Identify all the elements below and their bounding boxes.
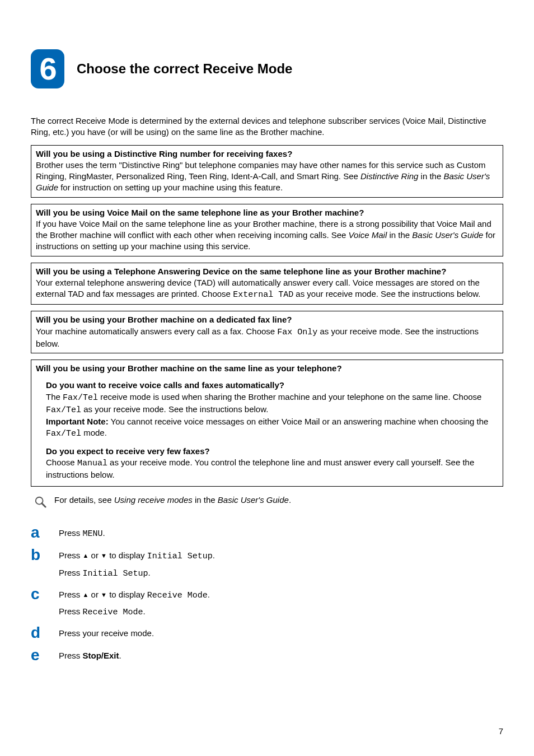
up-arrow-icon: ▲ xyxy=(83,591,89,598)
step-d: d Press your receive mode. xyxy=(31,625,503,641)
detail-note: For details, see Using receive modes in … xyxy=(34,494,503,508)
step-b: b Press ▲ or ▼ to display Initial Setup.… xyxy=(31,547,503,580)
answer-text: Brother uses the term "Distinctive Ring"… xyxy=(36,160,498,194)
down-arrow-icon: ▼ xyxy=(101,591,107,598)
document-page: 6 Choose the correct Receive Mode The co… xyxy=(0,0,534,756)
question-text: Will you be using your Brother machine o… xyxy=(36,314,498,325)
step-e: e Press Stop/Exit. xyxy=(31,647,503,663)
step-letter: c xyxy=(31,586,44,602)
instruction-steps: a Press MENU. b Press ▲ or ▼ to display … xyxy=(31,525,503,663)
sub-question-auto: Do you want to receive voice calls and f… xyxy=(46,380,498,440)
step-a: a Press MENU. xyxy=(31,525,503,540)
sub-answer-text: Choose Manual as your receive mode. You … xyxy=(46,457,498,481)
step-body: Press your receive mode. xyxy=(59,625,503,639)
question-text: Will you be using a Distinctive Ring num… xyxy=(36,148,498,160)
answer-text: Your external telephone answering device… xyxy=(36,277,498,301)
step-body: Press MENU. xyxy=(59,525,503,540)
important-note: Important Note: You cannot receive voice… xyxy=(46,416,498,440)
question-box-dedicated-fax: Will you be using your Brother machine o… xyxy=(31,311,503,353)
step-letter: a xyxy=(31,525,44,540)
answer-text: If you have Voice Mail on the same telep… xyxy=(36,218,498,253)
section-title: Choose the correct Receive Mode xyxy=(77,60,292,78)
sub-question-few-faxes: Do you expect to receive very few faxes?… xyxy=(46,446,498,481)
question-box-distinctive-ring: Will you be using a Distinctive Ring num… xyxy=(31,145,503,198)
step-letter: d xyxy=(31,625,44,641)
step-body: Press ▲ or ▼ to display Initial Setup. P… xyxy=(59,547,503,580)
question-text: Will you be using a Telephone Answering … xyxy=(36,266,498,277)
answer-text: Your machine automatically answers every… xyxy=(36,326,498,350)
question-box-voice-mail: Will you be using Voice Mail on the same… xyxy=(31,204,503,256)
question-text: Will you be using your Brother machine o… xyxy=(36,363,498,374)
question-box-same-line: Will you be using your Brother machine o… xyxy=(31,360,503,487)
up-arrow-icon: ▲ xyxy=(83,552,89,559)
sub-question-text: Do you expect to receive very few faxes? xyxy=(46,446,498,457)
down-arrow-icon: ▼ xyxy=(101,552,107,559)
step-c: c Press ▲ or ▼ to display Receive Mode. … xyxy=(31,586,503,619)
detail-note-text: For details, see Using receive modes in … xyxy=(54,494,291,506)
step-number: 6 xyxy=(39,53,55,85)
magnifier-icon xyxy=(34,496,46,508)
svg-line-1 xyxy=(42,503,45,507)
page-number: 7 xyxy=(499,726,503,737)
step-body: Press Stop/Exit. xyxy=(59,647,503,661)
sub-answer-text: The Fax/Tel receive mode is used when sh… xyxy=(46,391,498,417)
sub-question-text: Do you want to receive voice calls and f… xyxy=(46,380,498,391)
question-text: Will you be using Voice Mail on the same… xyxy=(36,207,498,218)
step-letter: e xyxy=(31,647,44,663)
step-body: Press ▲ or ▼ to display Receive Mode. Pr… xyxy=(59,586,503,619)
question-box-tad: Will you be using a Telephone Answering … xyxy=(31,263,503,305)
section-header: 6 Choose the correct Receive Mode xyxy=(31,49,503,88)
step-number-badge: 6 xyxy=(31,49,64,88)
step-letter: b xyxy=(31,547,44,563)
intro-paragraph: The correct Receive Mode is determined b… xyxy=(31,115,503,138)
